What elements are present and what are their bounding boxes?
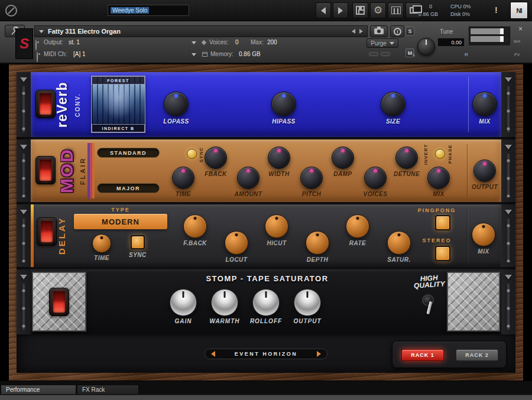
voices-knob[interactable]: VOICES: [364, 167, 387, 197]
high-quality-toggle[interactable]: [422, 294, 434, 306]
pingpong-button[interactable]: [435, 215, 450, 230]
knob-cap: [395, 147, 418, 169]
rack2-button[interactable]: RACK 2: [456, 349, 498, 361]
invert-label: INVERT: [423, 142, 429, 167]
collapse-arrow-icon[interactable]: [39, 30, 44, 33]
knob-label: OUTPUT: [472, 184, 498, 190]
mod-output-knob[interactable]: OUTPUT: [473, 160, 496, 190]
collapse-arrow-icon[interactable]: [505, 210, 512, 214]
mod-preset-bottom[interactable]: MAJOR: [97, 183, 160, 193]
impulse-preset-box[interactable]: FOREST INDIRECT B: [91, 76, 145, 133]
pan-left-label: L: [413, 52, 415, 57]
size-knob[interactable]: SIZE: [381, 92, 406, 125]
output-value[interactable]: st. 1: [69, 39, 80, 45]
stereo-button[interactable]: [435, 246, 450, 261]
mod-sync-button[interactable]: [187, 149, 197, 159]
collapse-arrow-icon[interactable]: [20, 210, 27, 214]
reverb-mix-knob[interactable]: MIX: [472, 92, 497, 125]
close-instrument-button[interactable]: ×: [518, 25, 523, 33]
power-rocker: [40, 160, 51, 181]
tab-performance[interactable]: Performance: [1, 385, 76, 395]
aux-label[interactable]: aux: [514, 39, 520, 43]
delay-sync-button[interactable]: [131, 235, 145, 249]
info-button[interactable]: [390, 25, 404, 37]
tune-knob[interactable]: [417, 38, 435, 56]
hipass-knob[interactable]: HIPASS: [271, 92, 296, 125]
knob-label: GAIN: [175, 318, 192, 324]
rate-knob[interactable]: RATE: [346, 214, 369, 246]
mixer-view-button[interactable]: [388, 2, 404, 18]
delay-power-switch[interactable]: [37, 217, 57, 246]
delay-time-knob[interactable]: TIME: [92, 234, 111, 261]
nav-back-button[interactable]: [316, 2, 331, 18]
prev-instrument-icon[interactable]: [352, 29, 355, 34]
options-button[interactable]: ⚙: [370, 2, 386, 18]
save-button[interactable]: [352, 2, 368, 18]
tune-value[interactable]: 0.00: [437, 38, 465, 47]
time-knob[interactable]: TIME: [172, 167, 194, 197]
nav-forward-button[interactable]: [333, 2, 348, 18]
collapse-arrow-icon[interactable]: [20, 145, 27, 149]
mod-mix-knob[interactable]: MIX: [427, 167, 450, 197]
collapse-arrow-icon[interactable]: [505, 275, 512, 279]
reverb-power-switch[interactable]: [35, 90, 56, 118]
detune-knob[interactable]: DETUNE: [395, 147, 418, 177]
tab-fx-rack[interactable]: FX Rack: [77, 385, 139, 395]
depth-knob[interactable]: DEPTH: [306, 231, 329, 263]
purge-button[interactable]: Purge: [366, 38, 398, 48]
width-knob[interactable]: WIDTH: [268, 147, 290, 177]
mod-sync-label: SYNC: [199, 143, 204, 167]
pv-label[interactable]: PV: [514, 53, 520, 57]
max-value[interactable]: 200: [267, 39, 277, 45]
quickload-field[interactable]: Weedye Solo: [108, 5, 189, 16]
solo-button[interactable]: S: [406, 27, 414, 35]
delay-type-select[interactable]: MODERN: [74, 214, 167, 229]
midi-value[interactable]: [A] 1: [73, 51, 86, 57]
mod-preset-top[interactable]: STANDARD: [97, 148, 160, 158]
prev-preset-icon[interactable]: [211, 351, 215, 357]
voices-label: Voices:: [209, 39, 228, 45]
satur-knob[interactable]: SATUR.: [387, 231, 411, 263]
output-dropdown-icon[interactable]: [192, 41, 196, 44]
collapse-arrow-icon[interactable]: [505, 145, 512, 149]
ni-logo[interactable]: NI: [510, 2, 528, 19]
mod-name: MOD: [57, 142, 77, 200]
amount-knob[interactable]: AMOUNT: [237, 167, 259, 197]
instrument-titlebar[interactable]: Fatty 311 Electro Organ: [34, 25, 368, 37]
mod-power-switch[interactable]: [35, 156, 56, 184]
snapshot-button[interactable]: [370, 25, 388, 37]
output-knob[interactable]: OUTPUT: [294, 289, 321, 324]
rack-preset-selector[interactable]: EVENT HORIZON: [205, 349, 327, 359]
warning-icon[interactable]: !: [495, 5, 498, 15]
fback-knob[interactable]: FBACK: [205, 147, 227, 177]
delay-mix-knob[interactable]: MIX: [472, 223, 495, 255]
lopass-knob[interactable]: LOPASS: [164, 92, 189, 125]
pitch-knob[interactable]: PITCH: [300, 167, 323, 197]
stomp-power-switch[interactable]: [49, 288, 69, 316]
gain-knob[interactable]: GAIN: [170, 289, 197, 324]
next-instrument-icon[interactable]: [359, 29, 363, 34]
phase-button[interactable]: [435, 149, 445, 159]
collapse-arrow-icon[interactable]: [20, 275, 27, 279]
rolloff-knob[interactable]: ROLLOFF: [252, 289, 280, 324]
warmth-knob[interactable]: WARMTH: [211, 289, 238, 324]
midi-dropdown-icon[interactable]: [192, 53, 196, 56]
next-preset-icon[interactable]: [317, 351, 321, 357]
knob-label: TIME: [176, 191, 191, 197]
browse-icon[interactable]: [5, 5, 17, 17]
collapse-arrow-icon[interactable]: [505, 77, 512, 82]
impulse-category[interactable]: FOREST: [92, 76, 145, 84]
rack1-button[interactable]: RACK 1: [401, 349, 444, 361]
collapse-arrow-icon[interactable]: [20, 77, 27, 82]
damp-knob[interactable]: DAMP: [332, 147, 354, 177]
impulse-name[interactable]: INDIRECT B: [92, 124, 145, 132]
locut-knob[interactable]: LOCUT: [225, 231, 248, 263]
fback-knob[interactable]: F.BACK: [183, 214, 207, 246]
main-toolbar: Weedye Solo ⚙ 0 0.86 GB CPU 0% Disk 0% !…: [0, 0, 532, 21]
knob-cap: [473, 160, 496, 182]
reverb-name: reVerb: [54, 76, 70, 134]
knob-label: MIX: [433, 191, 444, 197]
knob-label: OUTPUT: [293, 318, 321, 324]
library-logo: S: [15, 28, 33, 59]
hicut-knob[interactable]: HICUT: [265, 214, 288, 246]
